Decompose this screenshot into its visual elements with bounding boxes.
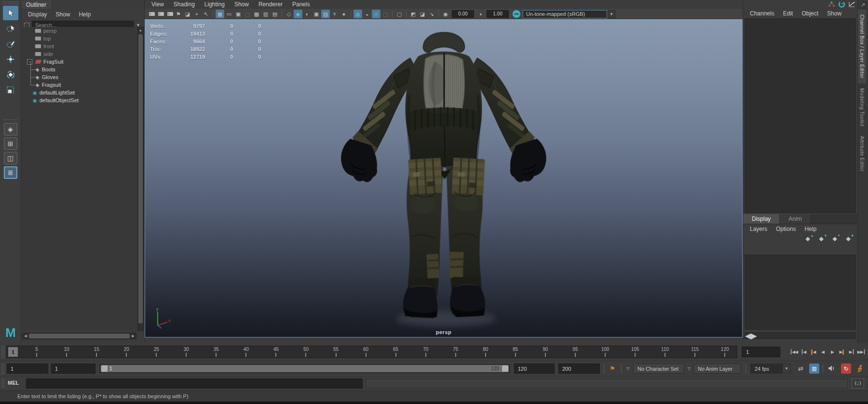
go-to-end-button[interactable]: ▶▶┃ — [856, 346, 866, 358]
fps-caret-icon[interactable]: ▼ — [782, 364, 791, 374]
xray-joints-icon[interactable]: ◪ — [418, 10, 427, 18]
lock-camera-icon[interactable] — [156, 10, 164, 18]
mute-audio-icon[interactable] — [827, 364, 837, 374]
animation-end-field[interactable] — [558, 364, 600, 374]
play-backwards-button[interactable]: ◀ — [818, 346, 827, 358]
smooth-shade-icon[interactable]: ◆ — [294, 10, 302, 18]
use-default-material-icon[interactable]: ▣ — [312, 10, 321, 18]
tab-display[interactable]: Display — [743, 214, 780, 224]
outliner-item-fragsuit[interactable]: −FragSuit — [21, 58, 137, 66]
menu-object[interactable]: Object — [798, 9, 822, 18]
outliner-item-fragsuit[interactable]: ◈Fragsuit — [21, 81, 137, 89]
script-editor-icon[interactable]: {;} — [852, 378, 864, 389]
gate-mask-icon[interactable]: ▢ — [243, 10, 252, 18]
menu-options[interactable]: Options — [772, 225, 800, 233]
command-language-toggle[interactable]: MEL — [8, 380, 19, 386]
menu-show[interactable]: Show — [231, 0, 253, 9]
toolbox-grip[interactable] — [2, 1, 19, 5]
tonemap-caret-icon[interactable]: ▼ — [608, 10, 615, 18]
menu-edit[interactable]: Edit — [779, 9, 797, 18]
select-camera-icon[interactable] — [147, 10, 155, 18]
outliner-horizontal-scrollbar[interactable]: ◀ ▶ — [22, 333, 136, 339]
outliner-item-front[interactable]: front — [21, 42, 137, 50]
pan-zoom-icon[interactable]: + — [192, 10, 201, 18]
camera-attributes-icon[interactable] — [165, 10, 174, 18]
menu-shading[interactable]: Shading — [170, 0, 199, 9]
playback-loop-icon[interactable]: ⇄ — [796, 364, 806, 374]
menu-renderer[interactable]: Renderer — [255, 0, 286, 9]
scroll-right-icon[interactable]: ▶ — [751, 331, 757, 340]
step-back-frame-button[interactable]: ┃◀ — [799, 346, 808, 358]
step-forward-frame-button[interactable]: ▶┃ — [847, 346, 856, 358]
lighting-icon[interactable]: ☀ — [330, 10, 339, 18]
range-slider-track[interactable]: 1 120 — [101, 365, 509, 372]
move-layer-up-icon[interactable]: ◆▴ — [803, 235, 812, 242]
contrast-icon[interactable]: ◑ — [476, 10, 485, 18]
current-frame-indicator[interactable]: 1 — [8, 347, 18, 357]
time-slider-ruler[interactable]: 5101520253035404550556065707580859095100… — [6, 346, 737, 358]
scroll-right-icon[interactable]: ▶ — [130, 334, 136, 338]
side-tab-modeling-toolkit[interactable]: Modeling Toolkit — [858, 83, 866, 132]
image-plane-icon[interactable]: ◪ — [183, 10, 192, 18]
play-forwards-button[interactable]: ▶ — [827, 346, 837, 358]
pick-tool-icon[interactable]: ↖ — [202, 10, 210, 18]
color-nodes-icon[interactable] — [828, 1, 835, 8]
depth-of-field-icon[interactable]: ▢ — [381, 10, 390, 18]
auto-keyframe-icon[interactable]: ↻ — [841, 364, 851, 374]
gauge-icon[interactable] — [838, 1, 845, 8]
animation-preferences-icon[interactable] — [854, 364, 865, 374]
go-to-start-button[interactable]: ┃◀◀ — [789, 346, 799, 358]
command-result-field[interactable] — [366, 378, 848, 389]
viewport-canvas[interactable]: Verts:979700Edges:1941300Faces:966400Tri… — [145, 19, 743, 337]
channel-box-area[interactable] — [745, 18, 856, 213]
step-back-key-button[interactable]: ◀ — [808, 346, 818, 358]
scroll-thumb[interactable] — [138, 34, 143, 323]
scale-tool[interactable] — [3, 83, 18, 97]
character-set-field[interactable]: No Character Set — [633, 364, 684, 374]
menu-show[interactable]: Show — [823, 9, 845, 18]
outliner-item-top[interactable]: top — [21, 35, 137, 42]
paint-select-tool[interactable] — [3, 37, 18, 51]
motion-blur-icon[interactable]: ◒ — [363, 10, 371, 18]
scroll-left-icon[interactable]: ◀ — [23, 334, 28, 338]
expander-icon[interactable]: − — [27, 59, 32, 65]
anim-layer-caret-icon[interactable]: ▽ — [685, 364, 693, 373]
scroll-up-icon[interactable]: ▲ — [138, 27, 143, 33]
anim-layer-field[interactable]: No Anim Layer — [693, 364, 741, 374]
range-slider-grip[interactable] — [1, 363, 5, 374]
isolate-select-icon[interactable]: ▢ — [395, 10, 404, 18]
menu-display[interactable]: Display — [24, 10, 51, 19]
pen-icon[interactable]: ↗ — [858, 0, 868, 10]
scroll-left-icon[interactable]: ◀ — [745, 331, 751, 340]
range-start-handle[interactable] — [101, 365, 108, 372]
character-set-caret-icon[interactable]: ▽ — [624, 364, 632, 373]
outliner-item-defaultlightset[interactable]: ◉defaultLightSet — [21, 89, 137, 96]
resolution-gate-icon[interactable]: ▣ — [234, 10, 243, 18]
tonemap-dropdown[interactable]: Un-tone-mapped (sRGB) — [523, 10, 607, 18]
fragsuit-model[interactable] — [336, 29, 552, 334]
xray-icon[interactable]: ◩ — [409, 10, 418, 18]
create-bookmark-icon[interactable]: ⚑ — [608, 364, 617, 373]
layer-horizontal-scrollbar[interactable]: ◀ ▶ — [745, 332, 856, 339]
time-slider-grip[interactable] — [1, 345, 5, 359]
wireframe-on-shaded-icon[interactable]: ▨ — [321, 10, 330, 18]
side-tab-attribute-editor[interactable]: Attribute Editor — [858, 131, 866, 176]
shadows-icon[interactable]: ● — [339, 10, 348, 18]
playback-start-field[interactable] — [51, 364, 95, 374]
safe-title-icon[interactable]: ▤ — [271, 10, 279, 18]
rotate-tool[interactable] — [3, 67, 18, 82]
textured-icon[interactable]: ◐ — [303, 10, 312, 18]
move-tool[interactable] — [3, 52, 18, 67]
menu-panels[interactable]: Panels — [288, 0, 314, 9]
menu-help[interactable]: Help — [800, 225, 820, 233]
field-chart-icon[interactable]: ▩ — [252, 10, 261, 18]
command-line-grip[interactable] — [1, 378, 5, 389]
outliner-item-defaultobjectset[interactable]: ◉defaultObjectSet — [21, 96, 137, 104]
new-layer-from-selected-icon[interactable]: ◆● — [844, 235, 853, 242]
outliner-item-side[interactable]: side — [21, 50, 137, 58]
display-layers-area[interactable] — [745, 255, 856, 330]
playback-end-field[interactable] — [514, 364, 555, 374]
wireframe-icon[interactable]: ◇ — [285, 10, 293, 18]
menu-layers[interactable]: Layers — [746, 225, 771, 233]
single-pane-layout[interactable]: ◈ — [4, 123, 17, 135]
